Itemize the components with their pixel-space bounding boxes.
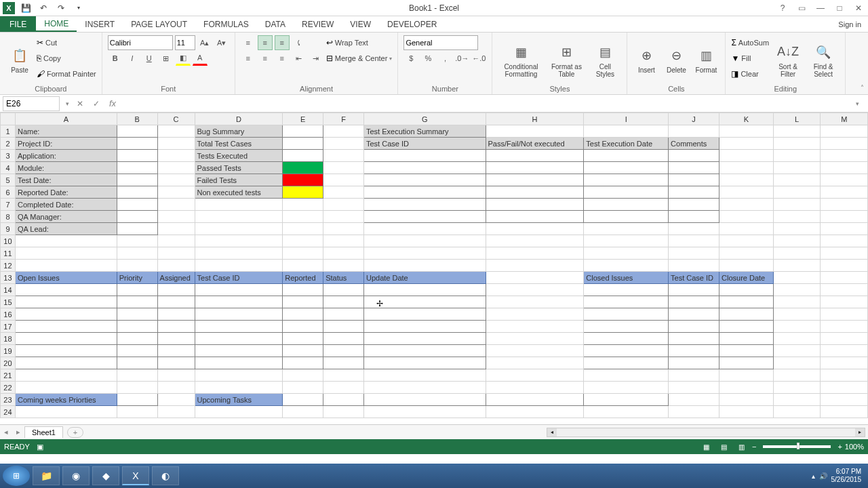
paste-button[interactable]: 📋 Paste [5,35,34,83]
row-header-16[interactable]: 16 [1,308,16,321]
view-page-layout-icon[interactable]: ▤ [717,441,732,452]
cell-A13[interactable]: Open Issues [15,272,117,284]
cell-H20[interactable] [486,357,584,369]
cell-I21[interactable] [584,369,669,382]
col-header-I[interactable]: I [584,113,669,125]
cell-E2[interactable] [283,138,323,150]
cell-G7[interactable] [363,199,486,211]
tab-file[interactable]: FILE [0,16,36,32]
cell-A3[interactable]: Application: [15,150,117,162]
format-cells-button[interactable]: ▥Format [692,35,719,83]
cell-G23[interactable] [363,394,486,406]
taskbar-app-icon[interactable]: ◆ [92,466,119,485]
cell-L15[interactable] [773,296,820,308]
cell-K23[interactable] [719,394,774,406]
qat-save-icon[interactable]: 💾 [19,1,33,15]
cell-L10[interactable] [773,235,820,247]
cell-G17[interactable] [363,321,486,333]
cell-C18[interactable] [157,333,195,345]
cell-L22[interactable] [773,382,820,394]
cell-J4[interactable] [669,162,719,174]
increase-decimal-icon[interactable]: .0→ [454,51,469,66]
cell-D17[interactable] [195,321,283,333]
sign-in-link[interactable]: Sign in [831,16,868,32]
scroll-left-icon[interactable]: ◂ [547,428,557,436]
cell-M15[interactable] [821,296,868,308]
cell-F6[interactable] [323,186,364,199]
cell-H7[interactable] [486,199,584,211]
cell-C22[interactable] [157,382,195,394]
cell-K15[interactable] [719,296,774,308]
decrease-decimal-icon[interactable]: ←.0 [471,51,486,66]
view-normal-icon[interactable]: ▦ [699,441,714,452]
cell-A6[interactable]: Reported Date: [15,186,117,199]
autosum-button[interactable]: AutoSum [738,39,769,47]
cell-A24[interactable] [15,406,117,418]
cell-M18[interactable] [821,333,868,345]
cell-D24[interactable] [195,406,283,418]
row-header-7[interactable]: 7 [1,199,16,211]
cell-E22[interactable] [283,382,323,394]
col-header-K[interactable]: K [719,113,774,125]
cell-J6[interactable] [669,186,719,199]
cell-C2[interactable] [157,138,195,150]
cell-F13[interactable]: Status [323,272,364,284]
cell-A7[interactable]: Completed Date: [15,199,117,211]
cell-C8[interactable] [157,211,195,223]
cell-G14[interactable] [363,284,486,296]
cell-H19[interactable] [486,345,584,357]
cell-H8[interactable] [486,211,584,223]
cell-D7[interactable] [195,199,283,211]
row-header-19[interactable]: 19 [1,345,16,357]
cell-B20[interactable] [117,357,157,369]
cell-A15[interactable] [15,296,117,308]
cell-B10[interactable] [117,235,157,247]
cell-J10[interactable] [669,235,719,247]
col-header-A[interactable]: A [15,113,117,125]
cell-H22[interactable] [486,382,584,394]
cell-H17[interactable] [486,321,584,333]
qat-customize-icon[interactable]: ▾ [72,1,85,15]
cell-J16[interactable] [669,308,719,321]
cell-B11[interactable] [117,247,157,260]
row-header-14[interactable]: 14 [1,284,16,296]
italic-button[interactable]: I [125,51,140,66]
cell-H24[interactable] [486,406,584,418]
cell-F11[interactable] [323,247,364,260]
cell-B23[interactable] [117,394,157,406]
close-icon[interactable]: ✕ [849,0,868,16]
cell-A10[interactable] [15,235,117,247]
name-box-dropdown-icon[interactable]: ▾ [62,100,72,107]
cell-K2[interactable] [719,138,774,150]
cell-D21[interactable] [195,369,283,382]
insert-cells-button[interactable]: ⊕Insert [633,35,660,83]
cell-L4[interactable] [773,162,820,174]
cell-F4[interactable] [323,162,364,174]
cell-L7[interactable] [773,199,820,211]
cell-I22[interactable] [584,382,669,394]
increase-font-icon[interactable]: A▴ [197,35,212,50]
cell-D4[interactable]: Passed Tests [195,162,283,174]
cell-B24[interactable] [117,406,157,418]
row-header-3[interactable]: 3 [1,150,16,162]
cell-J12[interactable] [669,260,719,272]
cell-I3[interactable] [584,150,669,162]
cell-C10[interactable] [157,235,195,247]
cell-G19[interactable] [363,345,486,357]
row-header-22[interactable]: 22 [1,382,16,394]
cell-D15[interactable] [195,296,283,308]
orientation-icon[interactable]: ⤹ [292,35,307,50]
zoom-slider[interactable] [763,445,831,448]
align-middle-icon[interactable]: ≡ [258,35,273,50]
cell-D8[interactable] [195,211,283,223]
cell-J22[interactable] [669,382,719,394]
cell-G24[interactable] [363,406,486,418]
view-page-break-icon[interactable]: ▥ [734,441,749,452]
cell-B17[interactable] [117,321,157,333]
row-header-4[interactable]: 4 [1,162,16,174]
format-as-table-button[interactable]: ⊞Format as Table [547,35,586,83]
cell-F8[interactable] [323,211,364,223]
cell-B15[interactable] [117,296,157,308]
sheet-tab-sheet1[interactable]: Sheet1 [24,426,63,438]
cell-J13[interactable]: Test Case ID [669,272,719,284]
